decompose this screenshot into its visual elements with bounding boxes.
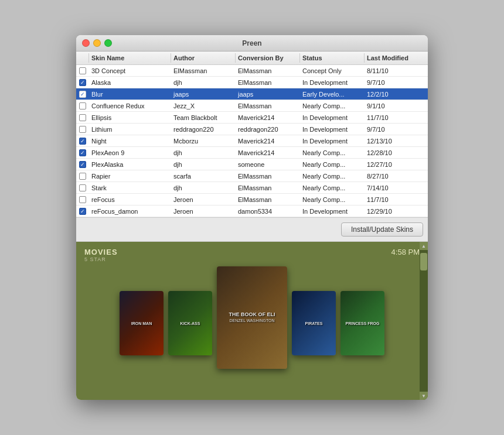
col-status: Status: [300, 53, 365, 63]
maximize-button[interactable]: [104, 39, 112, 47]
checkbox-5[interactable]: [79, 126, 86, 133]
table-row[interactable]: Stark djh ElMassman Nearly Comp... 7/14/…: [76, 182, 428, 194]
preview-section: MOVIES 5 STAR 4:58 PM IRON MAN KICK-ASS: [76, 242, 428, 400]
row-author-6: Mcborzu: [171, 136, 236, 146]
row-status-5: In Development: [300, 125, 365, 134]
movies-info: MOVIES 5 STAR: [84, 248, 118, 262]
row-author-1: djh: [171, 78, 236, 87]
row-modified-8: 12/27/10: [365, 160, 417, 169]
row-checkbox-8[interactable]: ✓: [76, 161, 89, 168]
row-modified-10: 7/14/10: [365, 183, 417, 193]
checkbox-12[interactable]: ✓: [79, 208, 86, 215]
row-checkbox-4[interactable]: [76, 114, 89, 121]
row-checkbox-9[interactable]: [76, 173, 89, 180]
row-name-3: Confluence Redux: [89, 101, 171, 111]
movie-poster-2[interactable]: KICK-ASS: [168, 291, 212, 355]
row-name-1: Alaska: [89, 78, 171, 87]
row-checkbox-5[interactable]: [76, 126, 89, 133]
row-checkbox-1[interactable]: ✓: [76, 79, 89, 86]
row-status-11: Nearly Comp...: [300, 195, 365, 204]
checkbox-0[interactable]: [79, 67, 86, 74]
table-row[interactable]: ✓ PlexAlaska djh someone Nearly Comp... …: [76, 159, 428, 170]
checkbox-4[interactable]: [79, 114, 86, 121]
row-modified-11: 11/7/10: [365, 195, 417, 204]
row-conversion-2: jaaps: [236, 90, 300, 99]
row-status-9: Nearly Comp...: [300, 172, 365, 181]
row-name-12: reFocus_damon: [89, 207, 171, 216]
row-checkbox-10[interactable]: [76, 184, 89, 191]
col-check: [76, 53, 89, 63]
movie-poster-4[interactable]: PIRATES: [292, 291, 336, 355]
close-button[interactable]: [82, 39, 90, 47]
table-row[interactable]: Confluence Redux Jezz_X ElMassman Nearly…: [76, 100, 428, 112]
checkbox-9[interactable]: [79, 173, 86, 180]
table-row[interactable]: Ellipsis Team Blackbolt Maverick214 In D…: [76, 112, 428, 124]
scrollbar: ▲ ▼: [420, 242, 428, 400]
row-modified-12: 12/29/10: [365, 207, 417, 216]
row-conversion-12: damon5334: [236, 207, 300, 216]
table-row[interactable]: ✓ Alaska djh ElMassman In Development 9/…: [76, 77, 428, 88]
row-name-11: reFocus: [89, 195, 171, 204]
table-body: 3D Concept ElMassman ElMassman Concept O…: [76, 65, 428, 217]
scroll-up-button[interactable]: ▲: [420, 242, 428, 250]
table-row[interactable]: ✓ PlexAeon 9 djh Maverick214 Nearly Comp…: [76, 147, 428, 159]
checkbox-7[interactable]: ✓: [79, 149, 86, 156]
row-author-3: Jezz_X: [171, 101, 236, 111]
scroll-thumb[interactable]: [420, 253, 427, 270]
row-checkbox-7[interactable]: ✓: [76, 149, 89, 156]
row-modified-7: 12/28/10: [365, 148, 417, 157]
row-conversion-0: ElMassman: [236, 66, 300, 76]
row-author-11: Jeroen: [171, 195, 236, 204]
row-status-0: Concept Only: [300, 66, 365, 76]
checkbox-8[interactable]: ✓: [79, 161, 86, 168]
row-checkbox-3[interactable]: [76, 102, 89, 109]
install-update-button[interactable]: Install/Update Skins: [341, 222, 423, 237]
row-status-12: In Development: [300, 207, 365, 216]
table-row[interactable]: Rapier scarfa ElMassman Nearly Comp... 8…: [76, 170, 428, 182]
row-name-0: 3D Concept: [89, 66, 171, 76]
table-row[interactable]: ✓ Night Mcborzu Maverick214 In Developme…: [76, 135, 428, 147]
table-row[interactable]: reFocus Jeroen ElMassman Nearly Comp... …: [76, 194, 428, 205]
row-status-4: In Development: [300, 113, 365, 122]
scroll-track: [420, 250, 428, 392]
table-row[interactable]: Lithium reddragon220 reddragon220 In Dev…: [76, 124, 428, 135]
col-skin-name: Skin Name: [89, 53, 171, 63]
row-conversion-10: ElMassman: [236, 183, 300, 193]
titlebar: Preen: [76, 35, 428, 52]
minimize-button[interactable]: [93, 39, 101, 47]
row-conversion-1: ElMassman: [236, 78, 300, 87]
checkbox-11[interactable]: [79, 196, 86, 203]
row-name-4: Ellipsis: [89, 113, 171, 122]
table-row[interactable]: 3D Concept ElMassman ElMassman Concept O…: [76, 65, 428, 77]
checkbox-1[interactable]: ✓: [79, 79, 86, 86]
poster-image-2: KICK-ASS: [168, 291, 212, 355]
scroll-down-button[interactable]: ▼: [420, 392, 428, 400]
window-controls: [82, 39, 112, 47]
checkbox-2[interactable]: ✓: [79, 91, 86, 98]
movie-poster-1[interactable]: IRON MAN: [120, 291, 164, 355]
checkbox-6[interactable]: ✓: [79, 138, 86, 145]
row-checkbox-6[interactable]: ✓: [76, 138, 89, 145]
checkbox-3[interactable]: [79, 102, 86, 109]
checkbox-10[interactable]: [79, 184, 86, 191]
row-checkbox-0[interactable]: [76, 67, 89, 74]
row-conversion-4: Maverick214: [236, 113, 300, 122]
row-name-7: PlexAeon 9: [89, 148, 171, 157]
row-checkbox-12[interactable]: ✓: [76, 208, 89, 215]
row-checkbox-11[interactable]: [76, 196, 89, 203]
poster-image-3: THE BOOK OF ELIDENZEL WASHINGTON: [217, 266, 287, 369]
table-row[interactable]: ✓ reFocus_damon Jeroen damon5334 In Deve…: [76, 205, 428, 217]
row-author-0: ElMassman: [171, 66, 236, 76]
row-author-7: djh: [171, 148, 236, 157]
row-modified-0: 8/11/10: [365, 66, 417, 76]
row-checkbox-2[interactable]: ✓: [76, 91, 89, 98]
table-row[interactable]: ✓ Blur jaaps jaaps Early Develo... 12/2/…: [76, 88, 428, 100]
movie-poster-5[interactable]: PRINCESS FROG: [340, 291, 384, 355]
row-conversion-7: Maverick214: [236, 148, 300, 157]
movie-poster-3[interactable]: THE BOOK OF ELIDENZEL WASHINGTON: [217, 266, 287, 369]
time-display: 4:58 PM: [391, 248, 420, 262]
skin-table: Skin Name Author Conversion By Status La…: [76, 52, 428, 218]
row-name-2: Blur: [89, 90, 171, 99]
main-window: Preen Skin Name Author Conversion By Sta…: [76, 35, 428, 400]
row-modified-6: 12/13/10: [365, 136, 417, 146]
